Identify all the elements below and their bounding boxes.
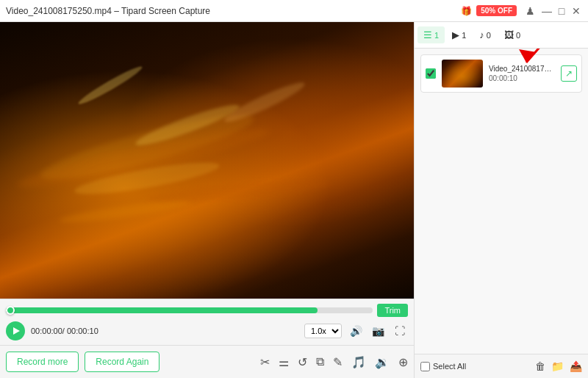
bottom-tools: ✂ ⚌ ↺ ⧉ ✎ 🎵 🔉 ⊕	[165, 355, 408, 369]
export-all-icon[interactable]: 📤	[570, 360, 582, 372]
list-icon: ☰	[423, 29, 432, 40]
file-duration: 00:00:10	[489, 74, 555, 82]
file-info: Video_241008175250.mp4 00:00:10	[489, 65, 555, 82]
main-container: Trim 00:00:00/ 00:00:10 1.0x 0.5x 1.5x 2…	[0, 22, 588, 378]
speed-select[interactable]: 1.0x 0.5x 1.5x 2.0x	[304, 324, 342, 338]
file-list-item: Video_241008175250.mp4 00:00:10 ↗	[420, 54, 582, 93]
video-player	[0, 22, 414, 299]
svg-marker-1	[519, 49, 537, 63]
progress-track[interactable]	[6, 307, 373, 313]
file-thumbnail	[442, 60, 483, 88]
play-button[interactable]	[6, 321, 25, 340]
rotate-icon[interactable]: ↺	[298, 355, 307, 369]
trim-button[interactable]: Trim	[377, 304, 408, 317]
tab-audio[interactable]: ♪ 0	[473, 26, 497, 43]
file-name: Video_241008175250.mp4	[489, 65, 555, 73]
export-icon: ↗	[565, 68, 573, 79]
equalizer-icon[interactable]: ⚌	[279, 355, 289, 369]
music-icon: ♪	[479, 29, 484, 40]
svg-line-0	[526, 49, 578, 63]
record-again-button[interactable]: Record Again	[85, 352, 159, 372]
app-title: Video_241008175250.mp4 – Tipard Screen C…	[6, 6, 210, 16]
controls-bar: Trim 00:00:00/ 00:00:10 1.0x 0.5x 1.5x 2…	[0, 299, 414, 345]
tab-bar: ☰ 1 ▶ 1 ♪ 0 🖼 0	[415, 22, 588, 49]
progress-thumb[interactable]	[6, 306, 15, 315]
playback-row: 00:00:00/ 00:00:10 1.0x 0.5x 1.5x 2.0x 🔊…	[6, 321, 408, 340]
file-list: Video_241008175250.mp4 00:00:10 ↗	[415, 49, 588, 354]
audio-count: 0	[487, 31, 491, 40]
left-panel: Trim 00:00:00/ 00:00:10 1.0x 0.5x 1.5x 2…	[0, 22, 414, 378]
maximize-button[interactable]: □	[556, 5, 567, 17]
audio-edit-icon[interactable]: 🎵	[351, 355, 366, 369]
tab-image[interactable]: 🖼 0	[498, 26, 526, 43]
minimize-button[interactable]: —	[541, 5, 553, 17]
file-checkbox[interactable]	[426, 68, 436, 79]
close-button[interactable]: ✕	[570, 5, 582, 17]
progress-row: Trim	[6, 304, 408, 317]
gift-icon: 🎁	[461, 6, 472, 16]
audio-adjust-icon[interactable]: 🔉	[375, 355, 390, 369]
user-icon[interactable]: ♟	[526, 5, 535, 17]
select-all-area: Select All	[420, 362, 466, 371]
image-count: 0	[516, 31, 520, 40]
camera-icon[interactable]: 📷	[370, 323, 386, 339]
right-panel: ☰ 1 ▶ 1 ♪ 0 🖼 0	[414, 22, 588, 378]
action-bar: Record more Record Again ✂ ⚌ ↺ ⧉ ✎ 🎵 🔉 ⊕	[0, 345, 414, 378]
progress-fill	[6, 307, 318, 313]
play-tab-icon: ▶	[452, 29, 459, 40]
folder-icon[interactable]: 📁	[551, 360, 564, 372]
right-bottom-toolbar: Select All 🗑 📁 📤	[415, 354, 588, 378]
copy-icon[interactable]: ⧉	[316, 355, 324, 368]
play-icon	[13, 327, 20, 335]
select-all-checkbox[interactable]	[420, 362, 430, 371]
fullscreen-icon[interactable]: ⛶	[392, 323, 408, 339]
time-display: 00:00:00/ 00:00:10	[31, 327, 98, 335]
edit-icon[interactable]: ✎	[333, 355, 343, 369]
video-count: 1	[462, 31, 466, 40]
thumb-glow	[442, 60, 483, 88]
select-all-label: Select All	[433, 362, 466, 371]
titlebar-controls: 🎁 50% OFF ♟ — □ ✕	[461, 5, 582, 17]
right-tools: 🗑 📁 📤	[535, 360, 582, 372]
file-export-button[interactable]: ↗	[561, 65, 577, 82]
more-icon[interactable]: ⊕	[398, 355, 408, 369]
volume-icon[interactable]: 🔊	[348, 323, 364, 339]
titlebar: Video_241008175250.mp4 – Tipard Screen C…	[0, 0, 588, 22]
scissors-icon[interactable]: ✂	[260, 355, 270, 369]
delete-icon[interactable]: 🗑	[535, 360, 545, 372]
image-icon: 🖼	[504, 29, 514, 40]
tab-video-list[interactable]: ☰ 1	[417, 26, 445, 43]
list-count: 1	[434, 31, 439, 40]
titlebar-title-area: Video_241008175250.mp4 – Tipard Screen C…	[6, 6, 210, 16]
tab-video[interactable]: ▶ 1	[446, 26, 472, 43]
record-more-button[interactable]: Record more	[6, 352, 79, 372]
promo-badge[interactable]: 50% OFF	[476, 5, 517, 16]
